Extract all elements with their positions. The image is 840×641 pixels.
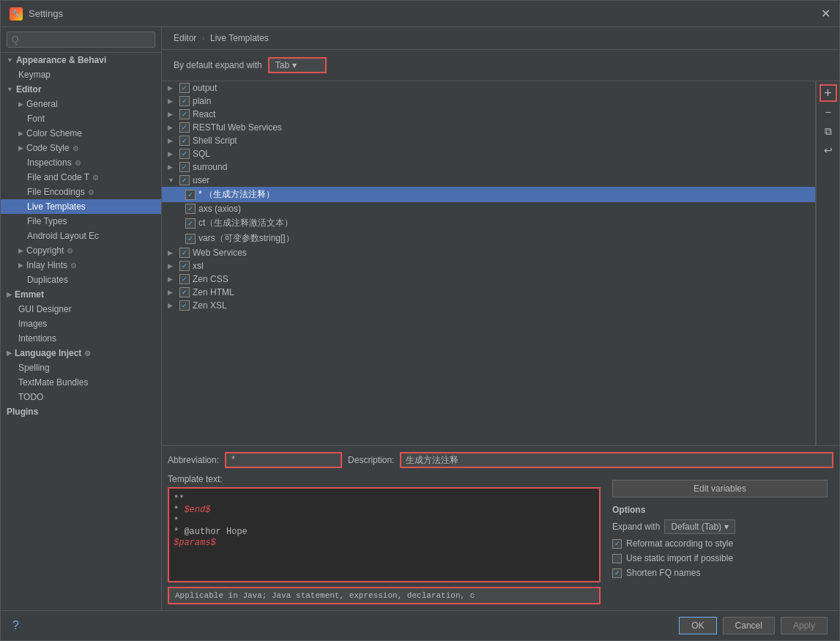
tree-item-user[interactable]: ▼ ✓ user [162, 174, 815, 187]
tree-item-user-star[interactable]: ✓ * （生成方法注释） [162, 187, 815, 202]
reformat-checkbox[interactable]: ✓ [612, 539, 622, 549]
tree-expand-icon: ▶ [168, 262, 176, 270]
tree-checkbox[interactable]: ✓ [179, 175, 190, 185]
sidebar-item-color-scheme[interactable]: ▶ Color Scheme [1, 126, 161, 141]
tree-item-user-axs[interactable]: ✓ axs (axios) [162, 202, 815, 215]
tree-item-zen-html[interactable]: ▶ ✓ Zen HTML [162, 286, 815, 299]
sidebar-item-inspections[interactable]: Inspections ⚙ [1, 155, 161, 170]
shorten-fq-checkbox[interactable]: ✓ [612, 568, 622, 578]
copy-template-button[interactable]: ⧉ [819, 122, 837, 140]
tree-checkbox[interactable]: ✓ [179, 261, 190, 271]
tree-item-surround[interactable]: ▶ ✓ surround [162, 160, 815, 174]
tree-item-label: RESTful Web Services [193, 122, 282, 133]
add-template-button[interactable]: + [819, 84, 837, 102]
tree-item-sql[interactable]: ▶ ✓ SQL [162, 147, 815, 160]
cancel-button[interactable]: Cancel [723, 617, 775, 634]
static-import-checkbox[interactable]: ✓ [612, 554, 622, 563]
sidebar-item-copyright[interactable]: ▶ Copyright ⚙ [1, 243, 161, 258]
tree-item-xsl[interactable]: ▶ ✓ xsl [162, 259, 815, 273]
settings-icon: ⚙ [70, 262, 77, 270]
top-panel: By default expand with Tab ▾ [162, 50, 839, 81]
sidebar-item-label: Images [18, 319, 47, 329]
tree-checkbox[interactable]: ✓ [179, 162, 190, 172]
tree-expand-icon: ▶ [168, 124, 176, 131]
abbreviation-input[interactable] [225, 452, 342, 468]
edit-variables-button[interactable]: Edit variables [612, 480, 828, 497]
tree-checkbox[interactable]: ✓ [179, 109, 190, 119]
close-button[interactable]: ✕ [821, 7, 830, 21]
tree-expand-icon: ▼ [168, 177, 176, 184]
tree-item-user-vars[interactable]: ✓ vars（可变参数string[]） [162, 231, 815, 246]
settings-icon: ⚙ [73, 144, 79, 152]
tree-checkbox[interactable]: ✓ [179, 287, 190, 297]
sidebar-item-language-inject[interactable]: ▶ Language Inject ⚙ [1, 346, 161, 360]
expand-arrow: ▶ [18, 130, 23, 137]
sidebar-item-images[interactable]: Images [1, 316, 161, 331]
tree-item-user-ct[interactable]: ✓ ct（生成注释激活文本） [162, 215, 815, 231]
description-input[interactable] [400, 452, 833, 468]
expand-arrow: ▶ [7, 349, 12, 357]
help-button[interactable]: ? [12, 617, 19, 634]
window-title: Settings [29, 8, 63, 19]
sidebar-item-intentions[interactable]: Intentions [1, 331, 161, 346]
tree-checkbox[interactable]: ✓ [179, 122, 190, 133]
sidebar-item-plugins[interactable]: Plugins [1, 404, 161, 419]
sidebar-item-todo[interactable]: TODO [1, 390, 161, 404]
expand-with-dropdown[interactable]: Tab ▾ [268, 57, 327, 73]
tree-item-zen-css[interactable]: ▶ ✓ Zen CSS [162, 273, 815, 286]
sidebar-item-label: Inlay Hints [26, 260, 67, 270]
sidebar-item-android-layout[interactable]: Android Layout Ec [1, 229, 161, 243]
tree-item-plain[interactable]: ▶ ✓ plain [162, 95, 815, 108]
sidebar-item-spelling[interactable]: Spelling [1, 360, 161, 375]
sidebar-item-general[interactable]: ▶ General [1, 97, 161, 111]
tree-checkbox[interactable]: ✓ [179, 248, 190, 258]
settings-icon: ⚙ [92, 174, 99, 182]
remove-template-button[interactable]: − [819, 103, 837, 121]
search-input[interactable] [7, 32, 155, 48]
tree-checkbox[interactable]: ✓ [185, 204, 196, 214]
bottom-panel: Abbreviation: Description: Template text… [162, 445, 839, 610]
tree-checkbox[interactable]: ✓ [179, 274, 190, 284]
sidebar-item-live-templates[interactable]: Live Templates [1, 199, 161, 214]
template-left: Template text: ** * $end$ * * @author Ho… [168, 474, 601, 604]
tree-item-web-services[interactable]: ▶ ✓ Web Services [162, 246, 815, 259]
sidebar-item-duplicates[interactable]: Duplicates [1, 273, 161, 287]
tree-checkbox[interactable]: ✓ [185, 234, 196, 244]
tree-item-label: * （生成方法注释） [198, 188, 275, 201]
template-line-1: ** [174, 494, 595, 504]
tree-item-zen-xsl[interactable]: ▶ ✓ Zen XSL [162, 299, 815, 312]
tree-checkbox[interactable]: ✓ [179, 300, 190, 311]
sidebar-item-file-encodings[interactable]: File Encodings ⚙ [1, 185, 161, 199]
sidebar-item-editor[interactable]: ▼ Editor [1, 82, 161, 97]
settings-icon: ⚙ [75, 159, 81, 167]
template-text-label: Template text: [168, 474, 601, 484]
sidebar-item-inlay-hints[interactable]: ▶ Inlay Hints ⚙ [1, 258, 161, 273]
sidebar-item-keymap[interactable]: Keymap [1, 67, 161, 82]
sidebar-item-emmet[interactable]: ▶ Emmet [1, 287, 161, 302]
sidebar-item-appearance[interactable]: ▼ Appearance & Behavi [1, 53, 161, 67]
tree-item-react[interactable]: ▶ ✓ React [162, 108, 815, 121]
sidebar-item-file-and-code[interactable]: File and Code T ⚙ [1, 170, 161, 185]
applicable-bar[interactable]: Applicable in Java; Java statement, expr… [168, 587, 601, 604]
tree-checkbox[interactable]: ✓ [185, 218, 196, 229]
sidebar-item-file-types[interactable]: File Types [1, 214, 161, 229]
sidebar-item-font[interactable]: Font [1, 111, 161, 126]
tree-item-output[interactable]: ▶ ✓ output [162, 81, 815, 95]
sidebar-item-textmate-bundles[interactable]: TextMate Bundles [1, 375, 161, 390]
template-text-area[interactable]: ** * $end$ * * @author Hope $params$ [168, 487, 601, 582]
sidebar-item-gui-designer[interactable]: GUI Designer [1, 302, 161, 316]
tree-item-shell[interactable]: ▶ ✓ Shell Script [162, 134, 815, 147]
ok-button[interactable]: OK [679, 617, 716, 634]
tree-checkbox[interactable]: ✓ [179, 83, 190, 93]
tree-checkbox[interactable]: ✓ [179, 136, 190, 146]
expand-with-options-dropdown[interactable]: Default (Tab) ▾ [664, 519, 735, 534]
tree-checkbox[interactable]: ✓ [185, 190, 196, 200]
tree-item-label: Zen HTML [193, 287, 234, 297]
apply-button[interactable]: Apply [781, 617, 828, 634]
sidebar-item-code-style[interactable]: ▶ Code Style ⚙ [1, 141, 161, 155]
tree-item-restful[interactable]: ▶ ✓ RESTful Web Services [162, 121, 815, 134]
tree-item-label: React [193, 109, 215, 119]
tree-checkbox[interactable]: ✓ [179, 96, 190, 106]
revert-template-button[interactable]: ↩ [819, 141, 837, 159]
tree-checkbox[interactable]: ✓ [179, 149, 190, 159]
